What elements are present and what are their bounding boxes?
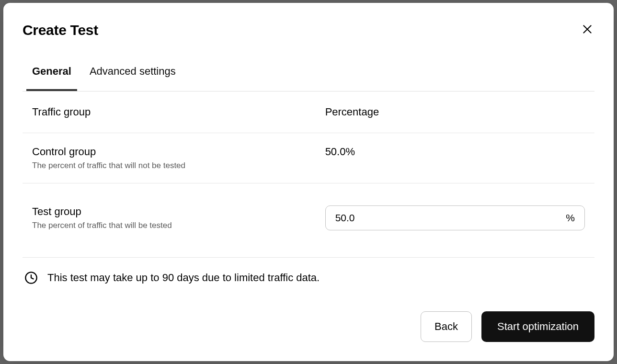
start-optimization-button[interactable]: Start optimization bbox=[481, 311, 594, 342]
traffic-table: Traffic group Percentage Control group T… bbox=[23, 91, 594, 258]
create-test-modal: Create Test General Advanced settings Tr… bbox=[3, 3, 614, 361]
tabs: General Advanced settings bbox=[23, 65, 594, 91]
control-group-desc: The percent of traffic that will not be … bbox=[32, 161, 325, 171]
close-button[interactable] bbox=[580, 22, 594, 36]
control-group-row: Control group The percent of traffic tha… bbox=[23, 133, 594, 183]
header-percentage: Percentage bbox=[325, 106, 585, 118]
close-icon bbox=[581, 23, 594, 35]
header-traffic-group: Traffic group bbox=[32, 106, 325, 118]
modal-footer: Back Start optimization bbox=[23, 292, 594, 342]
modal-title: Create Test bbox=[23, 22, 98, 38]
clock-icon bbox=[24, 271, 38, 284]
test-group-input[interactable] bbox=[335, 212, 566, 224]
modal-header: Create Test bbox=[23, 22, 594, 38]
tab-general[interactable]: General bbox=[32, 65, 71, 91]
test-group-input-wrapper: % bbox=[325, 205, 585, 230]
test-group-name: Test group bbox=[32, 205, 325, 218]
test-group-row: Test group The percent of traffic that w… bbox=[23, 183, 594, 258]
notice-text: This test may take up to 90 days due to … bbox=[47, 272, 320, 284]
duration-notice: This test may take up to 90 days due to … bbox=[23, 258, 594, 284]
back-button[interactable]: Back bbox=[421, 311, 472, 342]
control-group-name: Control group bbox=[32, 146, 325, 158]
tab-advanced-settings[interactable]: Advanced settings bbox=[90, 65, 176, 91]
control-group-value: 50.0% bbox=[325, 146, 585, 158]
percent-suffix: % bbox=[566, 212, 575, 224]
table-header-row: Traffic group Percentage bbox=[23, 91, 594, 133]
test-group-desc: The percent of traffic that will be test… bbox=[32, 221, 325, 230]
